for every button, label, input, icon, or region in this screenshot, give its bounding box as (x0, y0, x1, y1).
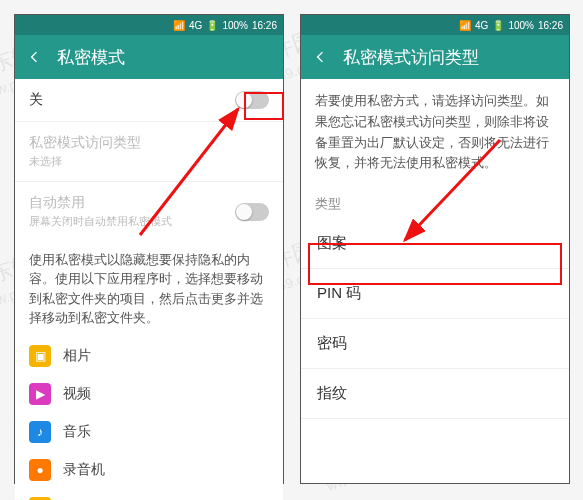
auto-disable-toggle[interactable] (235, 203, 269, 221)
auto-disable-sub: 屏幕关闭时自动禁用私密模式 (29, 214, 172, 229)
app-icon: ♪ (29, 421, 51, 443)
statusbar: 📶 4G 🔋 100% 16:26 (301, 15, 569, 35)
option-row[interactable]: 密码 (301, 319, 569, 369)
back-icon[interactable] (25, 48, 43, 66)
battery-label: 100% (222, 20, 248, 31)
auto-disable-row[interactable]: 自动禁用 屏幕关闭时自动禁用私密模式 (15, 182, 283, 241)
signal-icon: 📶 (173, 20, 185, 31)
battery-icon: 🔋 (492, 20, 504, 31)
app-icon: ❐ (29, 497, 51, 501)
app-item[interactable]: ♪音乐 (29, 413, 269, 451)
app-item[interactable]: ❐我的文件 (29, 489, 269, 501)
description-text: 使用私密模式以隐藏想要保持隐私的内容。使用以下应用程序时，选择想要移动到私密文件… (15, 241, 283, 335)
back-icon[interactable] (311, 48, 329, 66)
app-list: ▣相片▶视频♪音乐●录音机❐我的文件✶互联网 (15, 335, 283, 501)
option-row[interactable]: PIN 码 (301, 269, 569, 319)
statusbar: 📶 4G 🔋 100% 16:26 (15, 15, 283, 35)
info-text: 若要使用私密方式，请选择访问类型。如果您忘记私密模式访问类型，则除非将设备重置为… (301, 79, 569, 186)
app-item[interactable]: ▶视频 (29, 375, 269, 413)
app-item[interactable]: ●录音机 (29, 451, 269, 489)
toggle-label: 关 (29, 91, 43, 109)
section-label: 类型 (301, 186, 569, 219)
time-label: 16:26 (252, 20, 277, 31)
app-icon: ● (29, 459, 51, 481)
battery-label: 100% (508, 20, 534, 31)
appbar: 私密模式访问类型 (301, 35, 569, 79)
page-title: 私密模式 (57, 46, 125, 69)
access-type-sub: 未选择 (29, 154, 141, 169)
phone-left: 📶 4G 🔋 100% 16:26 私密模式 关 私密模式访问类型 未选择 自动… (14, 14, 284, 484)
app-label: 录音机 (63, 461, 105, 479)
options-list: 图案PIN 码密码指纹 (301, 219, 569, 419)
page-title: 私密模式访问类型 (343, 46, 479, 69)
option-row[interactable]: 指纹 (301, 369, 569, 419)
app-label: 相片 (63, 347, 91, 365)
app-label: 音乐 (63, 423, 91, 441)
app-item[interactable]: ▣相片 (29, 337, 269, 375)
phone-right: 📶 4G 🔋 100% 16:26 私密模式访问类型 若要使用私密方式，请选择访… (300, 14, 570, 484)
toggle-switch[interactable] (235, 91, 269, 109)
private-mode-toggle-row[interactable]: 关 (15, 79, 283, 122)
app-icon: ▶ (29, 383, 51, 405)
signal-icon: 📶 (459, 20, 471, 31)
access-type-title: 私密模式访问类型 (29, 134, 141, 152)
access-type-row[interactable]: 私密模式访问类型 未选择 (15, 122, 283, 182)
network-label: 4G (189, 20, 202, 31)
option-row[interactable]: 图案 (301, 219, 569, 269)
auto-disable-title: 自动禁用 (29, 194, 172, 212)
app-icon: ▣ (29, 345, 51, 367)
network-label: 4G (475, 20, 488, 31)
time-label: 16:26 (538, 20, 563, 31)
app-label: 视频 (63, 385, 91, 403)
appbar: 私密模式 (15, 35, 283, 79)
battery-icon: 🔋 (206, 20, 218, 31)
